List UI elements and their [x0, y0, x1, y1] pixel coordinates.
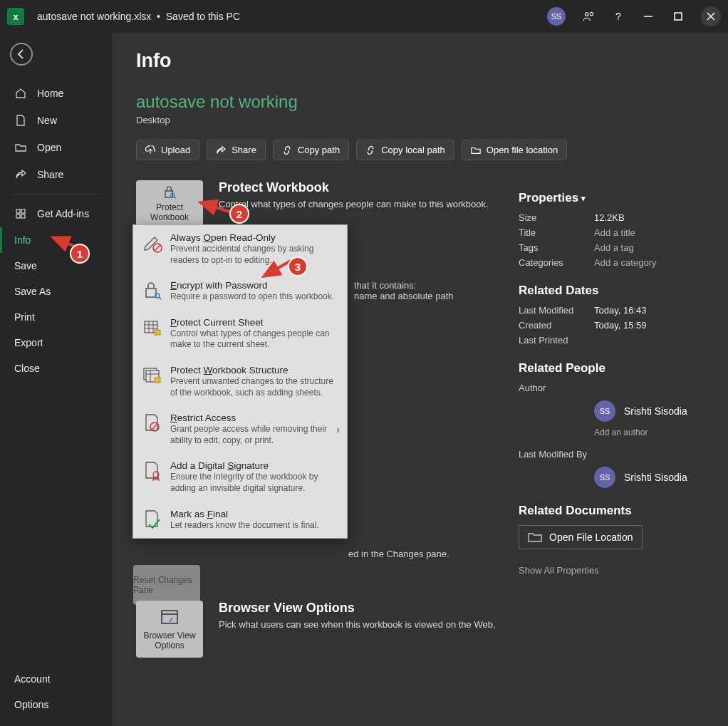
sidebar: Home New Open Share Get Add-ins Info Sav…	[0, 33, 112, 726]
svg-rect-24	[155, 330, 160, 335]
nav-save-label: Save	[14, 260, 37, 271]
svg-line-31	[152, 424, 157, 430]
back-button[interactable]	[10, 43, 33, 66]
nav-share[interactable]: Share	[0, 161, 112, 188]
author-person[interactable]: SS Srishti Sisodia	[594, 400, 704, 422]
svg-rect-6	[21, 209, 25, 213]
maximize-button[interactable]	[671, 9, 685, 24]
prop-title-value[interactable]: Add a title	[594, 227, 635, 238]
nav-save[interactable]: Save	[0, 253, 112, 279]
open-file-location-link[interactable]: Open File Location	[519, 525, 643, 549]
menu-protect-sheet[interactable]: Protect Current Sheet Control what types…	[133, 310, 347, 358]
nav-account[interactable]: Account	[0, 666, 112, 692]
action-row: Upload Share Copy path Copy local path O…	[136, 140, 704, 160]
user-avatar[interactable]: SS	[547, 7, 566, 26]
svg-point-0	[586, 13, 589, 16]
protect-heading: Protect Workbook	[219, 180, 504, 195]
page-title: Info	[136, 50, 704, 72]
menu-encrypt-password[interactable]: Encrypt with Password Require a password…	[133, 273, 347, 310]
modby-name: Srishti Sisodia	[624, 472, 687, 483]
menu-struct-desc: Prevent unwanted changes to the structur…	[170, 376, 338, 398]
related-dates-header: Related Dates	[519, 284, 704, 298]
help-icon[interactable]: ?	[611, 9, 625, 24]
chevron-right-icon: ›	[336, 424, 340, 435]
minimize-button[interactable]	[641, 9, 655, 24]
nav-print[interactable]: Print	[0, 304, 112, 330]
nav-open[interactable]: Open	[0, 134, 112, 161]
prop-size-value: 12.2KB	[594, 212, 625, 223]
svg-point-32	[153, 472, 159, 477]
open-icon	[14, 141, 27, 154]
teams-icon[interactable]	[581, 9, 596, 24]
nav-new-label: New	[37, 115, 57, 126]
add-author-link[interactable]: Add an author	[594, 427, 704, 437]
menu-sheet-desc: Control what types of changes people can…	[170, 328, 338, 351]
prop-tags-value[interactable]: Add a tag	[594, 242, 634, 253]
menu-restrict-access[interactable]: Restrict Access Grant people access whil…	[133, 405, 347, 453]
menu-final-desc: Let readers know the document is final.	[170, 520, 338, 531]
protect-description: Control what types of changes people can…	[219, 198, 504, 211]
nav-info[interactable]: Info	[0, 227, 112, 253]
prop-title-label: Title	[519, 227, 594, 238]
nav-print-label: Print	[14, 311, 35, 323]
menu-protect-structure[interactable]: Protect Workbook Structure Prevent unwan…	[133, 358, 347, 405]
prop-categories-value[interactable]: Add a category	[594, 257, 656, 268]
modby-person[interactable]: SS Srishti Sisodia	[594, 467, 704, 488]
nav-close[interactable]: Close	[0, 356, 112, 381]
prop-modified-label: Last Modified	[519, 305, 594, 316]
menu-digital-signature[interactable]: Add a Digital Signature Ensure the integ…	[133, 453, 347, 501]
lock-search-icon	[160, 185, 180, 199]
nav-saveas-label: Save As	[14, 286, 51, 297]
menu-always-read-only[interactable]: Always Open Read-Only Prevent accidental…	[133, 225, 347, 273]
nav-export-label: Export	[14, 337, 43, 348]
new-icon	[14, 114, 27, 127]
prop-tags-label: Tags	[519, 242, 594, 253]
upload-button[interactable]: Upload	[136, 140, 199, 160]
menu-struct-title: Protect Workbook Structure	[170, 365, 338, 375]
menu-sig-desc: Ensure the integrity of the workbook by …	[170, 472, 338, 494]
browser-view-icon	[160, 608, 180, 628]
nav-saveas[interactable]: Save As	[0, 279, 112, 304]
menu-readonly-desc: Prevent accidental changes by asking rea…	[170, 244, 338, 266]
related-documents-header: Related Documents	[519, 504, 704, 518]
svg-rect-7	[16, 214, 20, 218]
svg-rect-2	[675, 13, 682, 20]
prop-author-label: Author	[519, 383, 594, 393]
lock-key-icon	[142, 280, 163, 301]
nav-export[interactable]: Export	[0, 330, 112, 356]
nav-addins[interactable]: Get Add-ins	[0, 200, 112, 227]
nav-open-label: Open	[37, 142, 61, 153]
browser-view-options-button[interactable]: Browser View Options	[136, 601, 203, 658]
menu-restrict-desc: Grant people access while removing their…	[170, 424, 338, 446]
show-all-properties-link[interactable]: Show All Properties	[519, 565, 704, 576]
menu-mark-final[interactable]: Mark as Final Let readers know the docum…	[133, 502, 347, 539]
nav-close-label: Close	[14, 363, 40, 374]
document-title: autosave not working	[136, 92, 704, 112]
menu-sheet-title: Protect Current Sheet	[170, 317, 338, 328]
window-title: autosave not working.xlsx • Saved to thi…	[37, 11, 240, 22]
properties-panel: Properties▾ Size12.2KB TitleAdd a title …	[519, 191, 704, 576]
prop-created-label: Created	[519, 320, 594, 331]
doc-check-icon	[142, 509, 163, 530]
properties-header[interactable]: Properties▾	[519, 191, 704, 205]
sheet-lock-icon	[142, 317, 163, 338]
nav-new[interactable]: New	[0, 107, 112, 134]
copy-local-path-button[interactable]: Copy local path	[356, 140, 454, 160]
prop-size-label: Size	[519, 212, 594, 223]
nav-home[interactable]: Home	[0, 80, 112, 107]
nav-options[interactable]: Options	[0, 692, 112, 717]
pencil-prohibit-icon	[142, 232, 163, 254]
reset-changes-pane-button[interactable]: Reset Changes Pane	[133, 565, 200, 605]
menu-readonly-title: Always Open Read-Only	[170, 232, 338, 243]
nav-divider	[11, 194, 100, 195]
share-button[interactable]: Share	[207, 140, 266, 160]
prop-categories-label: Categories	[519, 257, 594, 268]
svg-rect-16	[146, 289, 156, 297]
copy-path-button[interactable]: Copy path	[273, 140, 349, 160]
changes-note: ed in the Changes pane.	[348, 549, 449, 559]
open-file-location-button[interactable]: Open file location	[462, 140, 567, 160]
svg-rect-9	[165, 191, 173, 197]
close-button[interactable]	[701, 6, 721, 26]
menu-sig-title: Add a Digital Signature	[170, 460, 338, 471]
browser-view-description: Pick what users can see when this workbo…	[219, 618, 504, 631]
